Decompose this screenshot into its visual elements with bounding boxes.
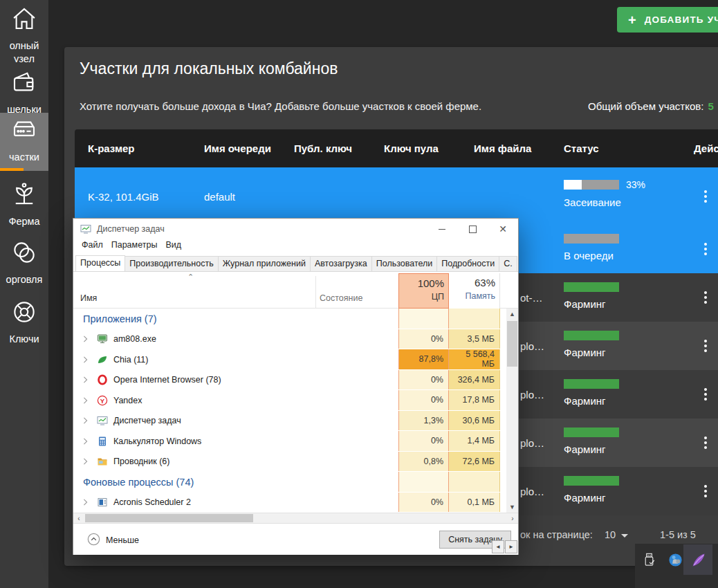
feather-icon[interactable] — [683, 544, 712, 575]
fewer-details-toggle[interactable]: Меньше — [82, 533, 139, 548]
vertical-scrollbar-thumb[interactable] — [507, 321, 517, 367]
taskmgr-icon — [97, 415, 108, 426]
menu-item-2[interactable]: Параметры — [111, 240, 158, 250]
chia-icon — [97, 354, 108, 365]
column-memory[interactable]: 63% Память — [449, 273, 500, 309]
plot-row-1[interactable]: K-32, 101.4GiBdefault33%Засеивание — [75, 167, 718, 225]
process-row[interactable]: Диспетчер задач1,3%30,6 МБ — [73, 411, 518, 432]
chevron-right-icon[interactable] — [83, 499, 88, 506]
process-group-row[interactable]: Приложения (7) — [73, 309, 518, 329]
tab-4[interactable]: Автозагрузка — [310, 256, 372, 271]
process-row[interactable]: Opera Internet Browser (78)0%326,4 МБ — [73, 370, 518, 391]
document-icon[interactable] — [685, 580, 712, 588]
tab-7[interactable]: С. — [499, 256, 517, 271]
scroll-right-icon[interactable]: › — [507, 513, 518, 524]
sidebar-item-6[interactable]: Ключи — [0, 295, 48, 349]
scroll-up-icon[interactable]: ▲ — [506, 309, 518, 320]
process-cpu: 0% — [398, 390, 449, 410]
scroll-down-icon[interactable]: ▼ — [506, 502, 518, 513]
process-row[interactable]: am808.exe0%3,5 МБ — [73, 329, 518, 350]
circle-app-icon[interactable]: ? — [635, 580, 663, 588]
maximize-button[interactable] — [457, 219, 488, 239]
process-group-row[interactable]: Фоновые процессы (74) — [73, 472, 518, 493]
row-actions-menu-icon[interactable] — [701, 288, 710, 306]
sidebar-item-3[interactable]: частки — [0, 113, 48, 171]
process-memory: 0,1 МБ — [449, 493, 500, 513]
plot-filename: plo… — [520, 486, 544, 497]
svg-text:Y: Y — [100, 396, 105, 404]
tab-scroll-right-button[interactable]: ► — [505, 540, 517, 553]
progress-bar — [564, 331, 619, 340]
vertical-scrollbar[interactable]: ▲ ▼ — [506, 309, 518, 513]
chevron-right-icon[interactable] — [83, 458, 88, 465]
sidebar-item-4[interactable]: Ферма — [0, 177, 48, 234]
acronis-icon — [97, 497, 108, 508]
chevron-right-icon[interactable] — [83, 417, 88, 424]
process-row[interactable]: Acronis Scheduler 20%0,1 МБ — [73, 493, 518, 513]
chevron-right-icon[interactable] — [83, 397, 88, 404]
process-row[interactable]: Chia (11)87,8%5 568,4 МБ — [73, 349, 518, 370]
sidebar-item-1[interactable]: олный узел — [0, 1, 48, 62]
process-cpu — [398, 472, 449, 492]
tab-scroll-left-button[interactable]: ◄ — [492, 540, 504, 553]
task-manager-column-header: ⌃ Имя Состояние 100% ЦП 63% Память — [73, 272, 518, 309]
trade-icon — [8, 238, 40, 270]
menu-item-3[interactable]: Вид — [165, 240, 181, 250]
add-plot-button[interactable]: + ДОБАВИТЬ УЧА — [617, 7, 718, 33]
process-row[interactable]: Калькулятор Windows0%1,4 МБ — [73, 431, 518, 452]
column-name[interactable]: Имя — [80, 293, 97, 303]
column-header-1: К-размер — [88, 129, 135, 167]
sidebar-item-label: орговля — [6, 273, 43, 286]
status-label: В очереди — [564, 250, 619, 261]
status-label: Фарминг — [564, 298, 619, 310]
row-actions-menu-icon[interactable] — [701, 434, 710, 452]
tab-5[interactable]: Пользователи — [371, 256, 438, 271]
add-plot-button-label: ДОБАВИТЬ УЧА — [645, 15, 718, 25]
maximize-icon — [469, 226, 477, 233]
close-button[interactable]: ✕ — [488, 219, 518, 239]
column-state[interactable]: Состояние — [320, 293, 362, 303]
sidebar-item-label: Ферма — [8, 215, 39, 228]
calculator-icon — [97, 436, 108, 447]
am808-icon — [97, 333, 108, 344]
rows-per-page-select[interactable]: 10 — [605, 529, 628, 540]
tab-2[interactable]: Производительность — [125, 256, 218, 271]
chevron-right-icon[interactable] — [83, 376, 88, 383]
column-cpu[interactable]: 100% ЦП — [398, 273, 449, 309]
row-actions-menu-icon[interactable] — [701, 385, 710, 403]
process-cpu: 0% — [398, 329, 449, 349]
tab-3[interactable]: Журнал приложений — [218, 256, 311, 271]
chevron-right-icon[interactable] — [83, 356, 88, 363]
chevron-right-icon[interactable] — [83, 336, 88, 342]
process-name: Acronis Scheduler 2 — [113, 497, 191, 507]
tab-6[interactable]: Подробности — [436, 256, 499, 271]
usb-icon[interactable] — [635, 544, 663, 575]
process-cpu: 0% — [398, 493, 449, 513]
sidebar-item-5[interactable]: орговля — [0, 235, 48, 293]
process-row[interactable]: YYandex0%17,8 МБ — [73, 390, 518, 411]
process-name: Yandex — [113, 396, 142, 405]
row-actions-menu-icon[interactable] — [701, 187, 710, 205]
horizontal-scrollbar-thumb[interactable] — [85, 514, 253, 522]
process-name: Opera Internet Browser (78) — [113, 375, 221, 385]
progress-bar — [564, 234, 619, 244]
minimize-button[interactable] — [427, 219, 457, 239]
task-manager-title: Диспетчер задач — [97, 219, 165, 239]
scroll-left-icon[interactable]: ‹ — [73, 513, 84, 524]
plot-filename: plo… — [520, 340, 544, 352]
menu-item-1[interactable]: Файл — [82, 240, 103, 250]
horizontal-scrollbar[interactable]: ‹ › — [73, 513, 518, 523]
chevron-right-icon[interactable] — [83, 438, 88, 445]
explorer-icon — [97, 456, 108, 467]
process-row[interactable]: Проводник (6)0,8%72,6 МБ — [73, 452, 518, 472]
tab-1[interactable]: Процессы — [75, 255, 125, 272]
farm-icon — [8, 180, 40, 212]
task-manager-titlebar[interactable]: Диспетчер задач ✕ — [73, 219, 518, 239]
row-actions-menu-icon[interactable] — [701, 337, 710, 355]
sidebar-item-2[interactable]: шельки — [0, 65, 48, 113]
opera-icon — [97, 374, 108, 385]
row-actions-menu-icon[interactable] — [701, 240, 710, 258]
process-cpu — [398, 309, 449, 329]
row-actions-menu-icon[interactable] — [701, 482, 710, 500]
screen: олный узелшелькичасткиФермаорговляКлючи … — [0, 0, 718, 588]
